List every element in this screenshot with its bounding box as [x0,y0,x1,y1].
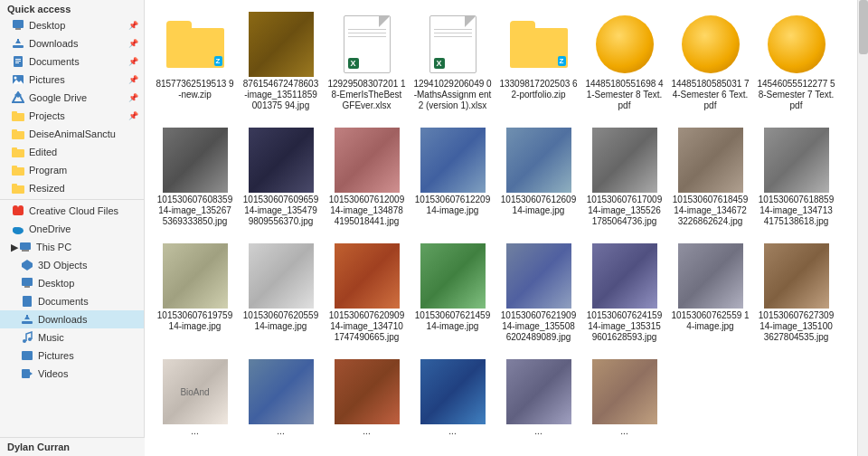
svg-rect-37 [26,315,28,319]
sidebar-item-resized[interactable]: Resized [0,179,144,197]
file-item[interactable]: 10153060760835914-image_135267 536933385… [152,123,238,239]
file-grid: Z 81577362519513 9-new.zip 8761546724786… [145,0,868,456]
file-item[interactable]: Z 81577362519513 9-new.zip [152,7,238,123]
sidebar-item-projects[interactable]: Projects 📌 [0,107,144,125]
file-item[interactable]: X 12929508307201 18-EmerIsTheBest GFEver… [324,7,410,123]
file-item[interactable]: 10153060762145914-image.jpg [410,239,495,355]
sidebar-item-pictures-label: Pictures [29,74,127,85]
pictures-icon2 [20,348,34,363]
file-name: 14485180551698 41-Semester 8 Text.pdf [585,79,665,111]
sidebar-item-googledrive[interactable]: Google Drive 📌 [0,89,144,107]
sidebar-item-deise-label: DeiseAnimalSanctu [29,128,138,139]
file-thumbnail [249,12,314,77]
file-name: 10153060760835914-image_135267 536933385… [156,195,235,227]
sidebar-item-documents[interactable]: Documents 📌 [0,52,144,71]
file-item[interactable]: 14546055512277 58-Semester 7 Text.pdf [753,7,839,123]
sidebar-item-program[interactable]: Program [0,161,144,179]
file-thumbnail [506,128,571,193]
file-thumbnail [249,128,314,193]
file-thumbnail [163,128,228,193]
file-thumbnail: Z [163,12,228,77]
sidebar-item-downloads[interactable]: Downloads 📌 [0,34,144,52]
videos-icon [20,366,34,381]
file-name: ... [585,426,665,437]
svg-rect-19 [12,147,17,151]
file-item[interactable]: ... [410,355,495,449]
file-item[interactable]: 10153060760965914-image_135479 980955637… [238,123,324,239]
svg-rect-40 [22,351,33,360]
file-item[interactable]: X 12941029206049 0-MathsAssignm ent2 (ve… [410,7,495,123]
sidebar-item-pictures[interactable]: Pictures 📌 [0,71,144,89]
sidebar-item-onedrive[interactable]: OneDrive [0,220,144,238]
sidebar-item-desktop2[interactable]: Desktop [0,274,144,292]
file-item[interactable]: 14485180585031 74-Semester 6 Text.pdf [667,7,753,123]
file-thumbnail [163,243,228,309]
svg-rect-23 [12,184,17,187]
svg-rect-32 [22,278,33,286]
file-item[interactable]: 14485180551698 41-Semester 8 Text.pdf [581,7,667,123]
sidebar-item-desktop-label: Desktop [29,20,127,31]
file-name: 10153060761220914-image.jpg [413,195,493,216]
svg-marker-31 [22,260,33,271]
sidebar-item-desktop[interactable]: Desktop 📌 [0,16,144,34]
sidebar-item-thispc[interactable]: ▶ This PC [0,238,144,256]
file-item[interactable]: ... [495,355,581,449]
sidebar-item-documents2[interactable]: Documents [0,292,144,310]
sidebar-item-3dobjects-label: 3D Objects [38,260,138,271]
file-name: 10153060761200914-image_134878 419501844… [327,195,407,227]
svg-point-25 [13,205,18,211]
file-item[interactable]: ... [581,355,667,449]
pin-icon-gd: 📌 [128,93,138,102]
sidebar-item-music[interactable]: Music [0,328,144,347]
file-item[interactable]: BioAnd ... [152,355,238,449]
svg-point-26 [18,205,24,211]
sidebar-item-documents2-label: Documents [38,296,138,307]
file-item[interactable]: 10153060762190914-image_135508 620248908… [495,239,581,355]
file-item[interactable]: ... [238,355,324,449]
scrollbar-thumb[interactable] [859,0,868,54]
file-name: 10153060761700914-image_135526 178506473… [585,195,665,227]
sidebar-item-edited[interactable]: Edited [0,143,144,161]
svg-rect-6 [15,59,21,60]
file-item[interactable]: 10153060761700914-image_135526 178506473… [581,123,667,239]
file-item[interactable]: 10153060761845914-image_134672 322686262… [667,123,753,239]
scrollbar[interactable] [857,0,868,456]
documents-icon2 [20,294,34,309]
file-item[interactable]: 10153060761885914-image_134713 417513861… [753,123,839,239]
file-item[interactable]: 10153060762559 14-image.jpg [667,239,753,355]
file-thumbnail: BioAnd [163,359,228,424]
file-item[interactable]: 10153060762730914-image_135100 362780453… [753,239,839,355]
music-icon [20,330,34,345]
pin-icon-dl: 📌 [128,39,138,48]
divider-1 [0,199,144,200]
sidebar-item-desktop2-label: Desktop [38,278,138,289]
file-item[interactable]: 10153060762090914-image_134710 174749066… [324,239,410,355]
file-item[interactable]: Z 13309817202503 62-portfolio.zip [495,7,581,123]
file-thumbnail [592,12,657,77]
file-item[interactable]: 10153060762055914-image.jpg [238,239,324,355]
folder-icon-edited [11,145,25,159]
file-item[interactable]: 10153060761220914-image.jpg [410,123,495,239]
file-item[interactable]: 10153060761260914-image.jpg [495,123,581,239]
sidebar-item-pictures2[interactable]: Pictures [0,347,144,365]
svg-rect-2 [13,45,24,48]
file-name: ... [413,426,493,437]
file-name: 10153060762415914-image_135315 960162859… [585,310,665,343]
sidebar-item-creativecloud[interactable]: Creative Cloud Files [0,202,144,220]
file-item[interactable]: ... [324,355,410,449]
googledrive-icon [11,90,25,105]
file-item[interactable]: 876154672478603 -image_13511859 001375 9… [238,7,324,123]
sidebar-item-3dobjects[interactable]: 3D Objects [0,256,144,274]
file-name: ... [241,426,321,437]
sidebar-item-videos[interactable]: Videos [0,365,144,383]
file-item[interactable]: 10153060762415914-image_135315 960162859… [581,239,667,355]
file-item[interactable]: 10153060761975914-image.jpg [152,239,238,355]
pin-icon-doc: 📌 [128,57,138,66]
file-item[interactable]: 10153060761200914-image_134878 419501844… [324,123,410,239]
quick-access-header: Quick access [0,0,144,16]
pictures-icon [11,72,25,87]
sidebar-item-deise[interactable]: DeiseAnimalSanctu [0,125,144,143]
sidebar-item-downloads2[interactable]: Downloads [0,310,144,328]
sidebar-item-pictures2-label: Pictures [38,350,138,361]
file-name: 10153060760965914-image_135479 980955637… [241,195,321,227]
